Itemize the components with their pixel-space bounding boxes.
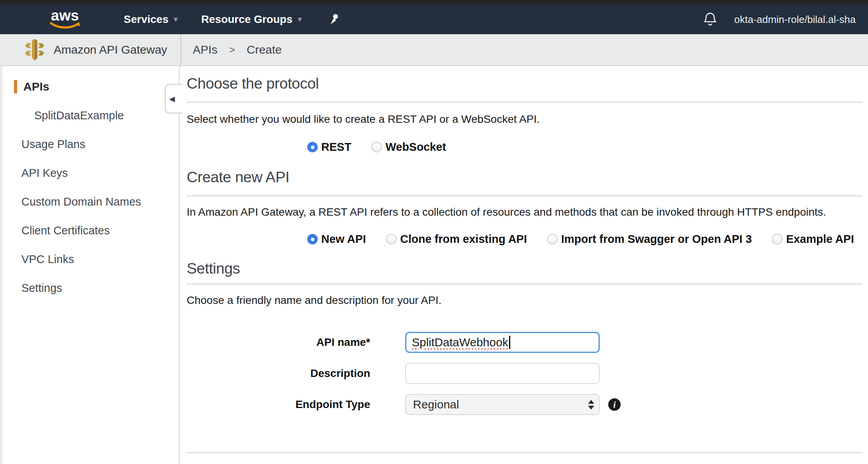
nav-services-menu[interactable]: Services ▾ [124, 13, 178, 26]
api-name-label: API name* [187, 336, 370, 349]
radio-option-example-api[interactable]: Example API [772, 233, 854, 246]
settings-section-title: Settings [187, 260, 868, 277]
radio-button[interactable] [386, 234, 397, 244]
radio-button[interactable] [772, 234, 782, 244]
info-icon[interactable]: i [608, 398, 621, 411]
create-api-radio-group: New API Clone from existing API Import f… [187, 233, 868, 246]
radio-option-example-api-label: Example API [786, 233, 854, 246]
chevron-down-icon: ▾ [173, 15, 178, 24]
radio-option-rest[interactable]: REST [307, 141, 351, 154]
sidebar-collapse-button[interactable]: ◀ [165, 84, 183, 113]
sidebar-nav: APIs SplitDataExample Usage Plans API Ke… [0, 66, 179, 295]
sidebar-item-custom-domain-names[interactable]: Custom Domain Names [14, 195, 179, 208]
breadcrumb-item-create: Create [247, 43, 282, 56]
breadcrumb-separator: > [229, 44, 235, 56]
aws-logo[interactable]: aws [48, 9, 82, 30]
aws-smile-icon [48, 21, 82, 30]
settings-section-description: Choose a friendly name and description f… [187, 294, 868, 307]
window-top-strip [0, 0, 868, 5]
sidebar-item-vpc-links[interactable]: VPC Links [14, 253, 179, 266]
main-content: Choose the protocol Select whether you w… [180, 66, 868, 464]
section-divider [187, 284, 863, 284]
protocol-section-description: Select whether you would like to create … [187, 113, 868, 126]
protocol-section: Choose the protocol Select whether you w… [187, 75, 868, 154]
endpoint-type-select[interactable]: Regional [405, 394, 600, 415]
sidebar-item-client-certificates[interactable]: Client Certificates [14, 224, 179, 237]
nav-resource-groups-menu[interactable]: Resource Groups ▾ [201, 13, 302, 26]
protocol-radio-group: REST WebSocket [187, 141, 868, 154]
radio-option-rest-label: REST [321, 141, 351, 154]
sidebar-item-settings[interactable]: Settings [14, 281, 179, 295]
nav-services-label: Services [124, 13, 168, 26]
sidebar: APIs SplitDataExample Usage Plans API Ke… [0, 66, 180, 464]
top-nav: aws Services ▾ Resource Groups ▾ [0, 5, 868, 34]
settings-form: API name* SplitDataWebhook Description [187, 332, 868, 415]
sidebar-item-apis[interactable]: APIs [14, 80, 179, 93]
breadcrumb-bar: Amazon API Gateway APIs > Create [0, 34, 868, 66]
sidebar-item-usage-plans[interactable]: Usage Plans [14, 138, 179, 151]
nav-resource-groups-label: Resource Groups [201, 13, 292, 26]
select-arrows-icon [588, 400, 594, 410]
api-name-input[interactable]: SplitDataWebhook [405, 332, 600, 353]
radio-option-websocket-label: WebSocket [385, 141, 446, 154]
breadcrumb-item-apis[interactable]: APIs [193, 43, 217, 56]
radio-button[interactable] [307, 142, 318, 152]
radio-button[interactable] [371, 142, 382, 152]
radio-option-new-api-label: New API [321, 233, 366, 246]
endpoint-type-row: Endpoint Type Regional i [187, 394, 868, 415]
text-cursor [509, 336, 510, 349]
description-label: Description [187, 367, 370, 380]
radio-option-import-swagger[interactable]: Import from Swagger or Open API 3 [547, 233, 752, 246]
radio-option-import-swagger-label: Import from Swagger or Open API 3 [561, 233, 752, 246]
api-gateway-icon [24, 38, 45, 61]
description-input[interactable] [405, 363, 600, 384]
create-api-section-title: Create new API [187, 168, 868, 186]
settings-section: Settings Choose a friendly name and desc… [187, 260, 868, 453]
api-name-value: SplitDataWebhook [412, 336, 508, 349]
section-divider [187, 195, 863, 196]
endpoint-type-label: Endpoint Type [187, 398, 370, 411]
api-name-row: API name* SplitDataWebhook [187, 332, 868, 353]
create-api-section-description: In Amazon API Gateway, a REST API refers… [187, 206, 868, 219]
notifications-bell-icon[interactable] [702, 11, 718, 28]
sidebar-item-splitdataexample[interactable]: SplitDataExample [14, 109, 179, 122]
endpoint-type-value: Regional [413, 398, 588, 411]
radio-option-new-api[interactable]: New API [307, 233, 366, 246]
chevron-down-icon: ▾ [298, 15, 302, 24]
create-api-section: Create new API In Amazon API Gateway, a … [187, 168, 868, 246]
description-row: Description [187, 363, 868, 384]
sidebar-item-api-keys[interactable]: API Keys [14, 166, 179, 180]
radio-button[interactable] [547, 234, 558, 244]
user-account-menu[interactable]: okta-admin-role/bilal.al-sha [734, 14, 868, 26]
radio-option-websocket[interactable]: WebSocket [371, 141, 446, 154]
breadcrumb-service-name[interactable]: Amazon API Gateway [54, 43, 167, 56]
protocol-section-title: Choose the protocol [187, 75, 868, 92]
collapse-left-icon: ◀ [169, 95, 175, 103]
aws-logo-text: aws [51, 9, 79, 22]
section-divider [187, 102, 863, 103]
radio-option-clone-label: Clone from existing API [400, 233, 527, 246]
radio-option-clone[interactable]: Clone from existing API [386, 233, 527, 246]
breadcrumb-divider [180, 34, 181, 65]
aws-console-page: aws Services ▾ Resource Groups ▾ [0, 0, 868, 464]
pin-icon[interactable] [328, 13, 340, 26]
section-divider [187, 452, 863, 453]
radio-button[interactable] [307, 234, 318, 244]
